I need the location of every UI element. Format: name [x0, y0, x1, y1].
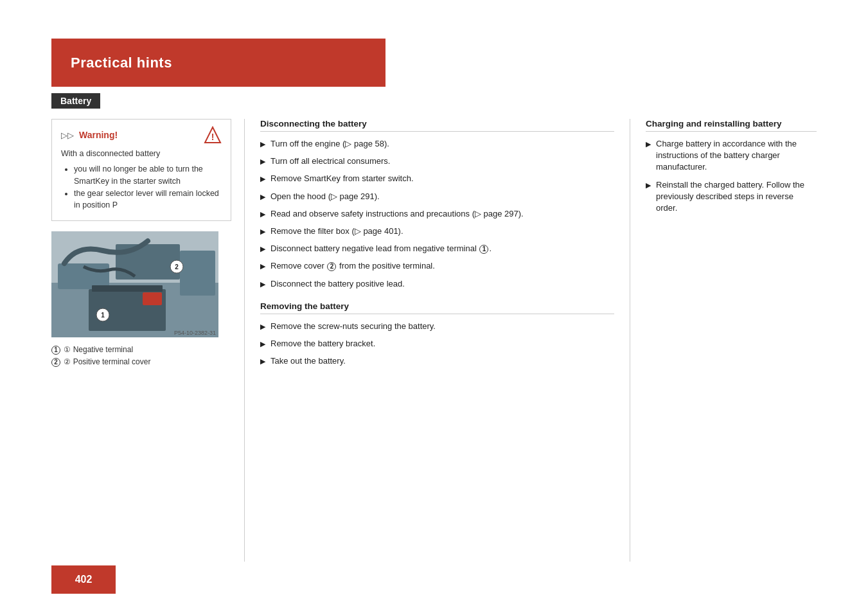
arrow-icon-7: ▶ [260, 244, 265, 254]
caption-line-1: 1 ① Negative terminal [51, 344, 231, 356]
left-column: ▷▷ Warning! ! With a disconnected batter… [51, 119, 244, 562]
charging-steps: ▶Charge battery in accordance with the i… [646, 138, 817, 214]
charging-heading: Charging and reinstalling battery [646, 119, 817, 132]
step-8: ▶ Remove cover 2 from the positive termi… [260, 260, 614, 272]
removing-section: Removing the battery ▶Remove the screw-n… [260, 301, 614, 368]
step-9: ▶Disconnect the battery positive lead. [260, 278, 614, 290]
circle-ref-1: 1 [479, 245, 488, 254]
svg-rect-9 [143, 292, 162, 305]
remove-step-1: ▶Remove the screw-nuts securing the batt… [260, 321, 614, 332]
step-7: ▶ Disconnect battery negative lead from … [260, 243, 614, 254]
arrow-icon-6: ▶ [260, 227, 265, 236]
remove-step-3: ▶Take out the battery. [260, 355, 614, 367]
step-6: ▶Remove the filter box (▷ page 401). [260, 226, 614, 237]
arrow-icon-1: ▶ [260, 139, 265, 149]
section-label: Battery [51, 93, 100, 109]
step-3: ▶Remove SmartKey from starter switch. [260, 173, 614, 184]
warning-item-1: you will no longer be able to turn the S… [74, 163, 222, 188]
svg-text:!: ! [211, 132, 215, 142]
arrow-r1: ▶ [260, 322, 265, 332]
arrow-icon-9: ▶ [260, 280, 265, 289]
remove-step-2: ▶Remove the battery bracket. [260, 338, 614, 350]
right-column: Charging and reinstalling battery ▶Charg… [630, 119, 817, 562]
svg-rect-8 [92, 285, 163, 292]
step-5: ▶Read and observe safety instructions an… [260, 208, 614, 220]
arrow-icon-3: ▶ [260, 174, 265, 184]
svg-rect-6 [180, 251, 215, 296]
warning-arrows: ▷▷ [61, 130, 74, 140]
svg-text:2: 2 [175, 263, 179, 271]
arrow-icon-4: ▶ [260, 192, 265, 202]
warning-box: ▷▷ Warning! ! With a disconnected batter… [51, 119, 231, 221]
image-caption: 1 ① Negative terminal 2 ② Positive termi… [51, 344, 231, 368]
battery-image: 1 2 P54-10-2382-31 [51, 231, 218, 337]
charge-step-2: ▶Reinstall the charged battery. Follow t… [646, 179, 817, 215]
warning-triangle-icon: ! [204, 126, 222, 144]
removing-heading: Removing the battery [260, 301, 614, 314]
arrow-r3: ▶ [260, 357, 265, 366]
disconnecting-steps: ▶Turn off the engine (▷ page 58). ▶Turn … [260, 138, 614, 290]
step-1: ▶Turn off the engine (▷ page 58). [260, 138, 614, 150]
page-number: 402 [51, 565, 116, 594]
arrow-icon-8: ▶ [260, 262, 265, 271]
image-code: P54-10-2382-31 [174, 330, 216, 336]
warning-subtitle: With a disconnected battery [61, 149, 222, 158]
warning-header: ▷▷ Warning! ! [61, 126, 222, 144]
content-area: ▷▷ Warning! ! With a disconnected batter… [51, 119, 817, 562]
arrow-icon-5: ▶ [260, 209, 265, 219]
cap-circle-1: 1 [51, 346, 60, 355]
engine-svg-decor: 1 2 [51, 231, 218, 337]
disconnecting-heading: Disconnecting the battery [260, 119, 614, 132]
step-4: ▶Open the hood (▷ page 291). [260, 191, 614, 202]
header-bar: Practical hints [51, 39, 385, 87]
warning-list: you will no longer be able to turn the S… [61, 163, 222, 211]
warning-item-2: the gear selector lever will remain lock… [74, 188, 222, 212]
page-title: Practical hints [71, 55, 172, 71]
cap-circle-2: 2 [51, 358, 60, 367]
step-2: ▶Turn off all electrical consumers. [260, 155, 614, 167]
arrow-c2: ▶ [646, 181, 651, 190]
arrow-r2: ▶ [260, 339, 265, 349]
charge-step-1: ▶Charge battery in accordance with the i… [646, 138, 817, 173]
warning-title-group: ▷▷ Warning! [61, 130, 118, 140]
arrow-icon-2: ▶ [260, 157, 265, 166]
svg-text:1: 1 [101, 312, 105, 319]
middle-column: Disconnecting the battery ▶Turn off the … [244, 119, 630, 562]
circle-ref-2: 2 [327, 262, 336, 271]
arrow-c1: ▶ [646, 139, 651, 149]
warning-title: Warning! [79, 130, 118, 140]
caption-line-2: 2 ② Positive terminal cover [51, 356, 231, 368]
removing-steps: ▶Remove the screw-nuts securing the batt… [260, 321, 614, 368]
